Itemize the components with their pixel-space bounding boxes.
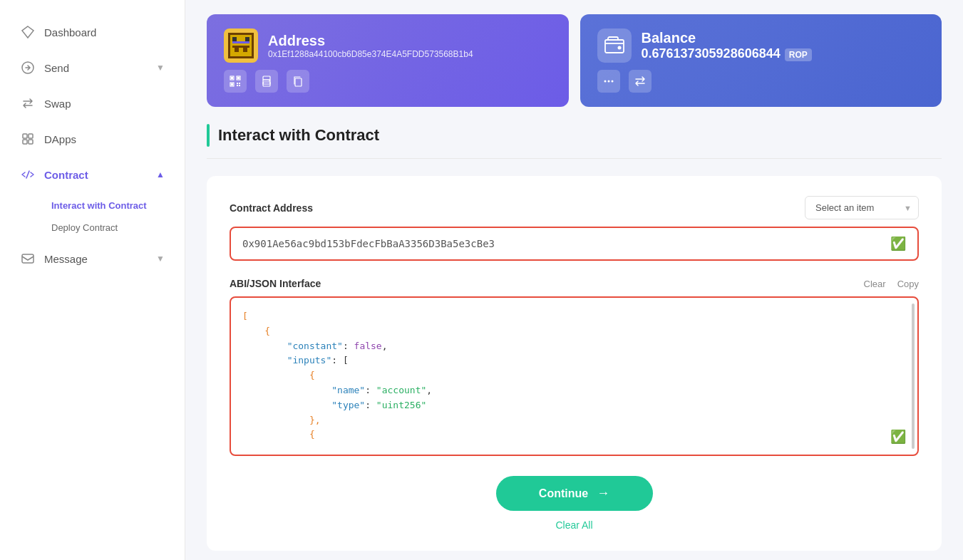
abi-container: [ { "constant": false, "inputs": [ { "na…	[230, 296, 919, 456]
sidebar-subitem-deploy[interactable]: Deploy Contract	[44, 217, 185, 238]
svg-rect-18	[237, 77, 240, 79]
message-icon	[20, 251, 36, 266]
svg-rect-23	[237, 85, 238, 86]
more-options-button[interactable]	[597, 70, 620, 93]
form-section: Contract Address Select an item ▼ ✅ ABI/…	[207, 176, 942, 551]
svg-rect-4	[29, 140, 33, 144]
svg-rect-9	[232, 37, 237, 41]
svg-rect-3	[23, 140, 27, 144]
abi-textarea-display[interactable]: [ { "constant": false, "inputs": [ { "na…	[231, 298, 917, 455]
sidebar-label-dapps: DApps	[44, 133, 76, 145]
qr-code-button[interactable]	[224, 70, 247, 93]
scrollbar	[912, 304, 915, 449]
sidebar: Dashboard Send ▼ Swap	[0, 0, 185, 560]
grid-icon	[20, 131, 36, 147]
svg-rect-25	[263, 76, 270, 80]
continue-label: Continue	[539, 487, 588, 500]
sidebar-label-send: Send	[44, 62, 69, 74]
continue-section: Continue → Clear All	[230, 476, 919, 531]
diamond-icon	[20, 24, 36, 40]
svg-rect-24	[239, 85, 240, 86]
page-title-section: Interact with Contract	[207, 124, 942, 159]
sidebar-item-swap[interactable]: Swap	[0, 85, 185, 121]
abi-label: ABI/JSON Interface	[230, 278, 321, 289]
abi-actions: Clear Copy	[864, 279, 919, 289]
svg-rect-11	[232, 46, 249, 48]
svg-rect-13	[243, 48, 247, 52]
chevron-up-icon: ▲	[156, 170, 165, 180]
svg-point-33	[611, 81, 613, 83]
sidebar-label-message: Message	[44, 253, 88, 265]
svg-rect-5	[22, 254, 34, 263]
svg-rect-29	[605, 40, 624, 53]
sidebar-subitem-interact[interactable]: Interact with Contract	[44, 195, 185, 216]
contract-address-label: Contract Address	[230, 202, 313, 214]
sidebar-label-contract: Contract	[44, 169, 88, 181]
balance-actions	[597, 70, 925, 93]
balance-unit: ROP	[785, 48, 812, 61]
svg-point-32	[607, 81, 609, 83]
abi-valid-icon: ✅	[890, 429, 906, 445]
code-icon	[20, 167, 36, 182]
copy-address-button[interactable]	[287, 70, 309, 93]
sidebar-item-message[interactable]: Message ▼	[0, 241, 185, 276]
clear-abi-button[interactable]: Clear	[864, 279, 886, 289]
swap-icon	[20, 95, 36, 111]
sidebar-item-dapps[interactable]: DApps	[0, 121, 185, 157]
svg-rect-20	[231, 83, 233, 85]
clear-all-button[interactable]: Clear All	[555, 519, 592, 531]
address-valid-icon: ✅	[890, 236, 906, 252]
print-button[interactable]	[255, 70, 278, 93]
sidebar-item-contract[interactable]: Contract ▲	[0, 157, 185, 192]
address-actions	[224, 70, 552, 93]
wallet-icon	[597, 28, 632, 63]
svg-rect-16	[231, 77, 233, 79]
continue-button[interactable]: Continue →	[496, 476, 653, 511]
contract-address-row: Contract Address Select an item ▼ ✅	[230, 196, 919, 261]
avatar	[224, 28, 258, 63]
contract-address-input-wrapper: ✅	[230, 227, 919, 261]
chevron-down-icon: ▼	[156, 63, 165, 73]
svg-rect-22	[239, 83, 240, 84]
sidebar-label-dashboard: Dashboard	[44, 26, 96, 38]
page-title: Interact with Contract	[218, 126, 379, 145]
select-item[interactable]: Select an item	[805, 196, 919, 219]
chevron-down-icon-msg: ▼	[156, 254, 165, 264]
svg-rect-12	[235, 48, 239, 52]
send-icon	[20, 60, 36, 76]
copy-abi-button[interactable]: Copy	[897, 279, 919, 289]
arrow-right-icon: →	[597, 486, 609, 501]
balance-card: Balance 0.676137305928606844 ROP	[580, 14, 942, 107]
sidebar-item-send[interactable]: Send ▼	[0, 50, 185, 85]
address-value: 0x1Ef1288a44100cb6D85e374E4A5FDD573568B1…	[268, 49, 473, 59]
balance-amount: 0.676137305928606844	[642, 46, 781, 61]
svg-point-31	[604, 81, 606, 83]
select-wrapper: Select an item ▼	[805, 196, 919, 219]
svg-rect-28	[295, 78, 302, 86]
svg-rect-1	[23, 134, 27, 138]
main-content: Address 0x1Ef1288a44100cb6D85e374E4A5FDD…	[185, 0, 963, 560]
address-card: Address 0x1Ef1288a44100cb6D85e374E4A5FDD…	[207, 14, 569, 107]
abi-row: ABI/JSON Interface Clear Copy [ { "const…	[230, 278, 919, 456]
contract-address-input[interactable]	[231, 228, 917, 259]
svg-rect-2	[29, 134, 33, 138]
svg-rect-14	[232, 41, 249, 43]
transfer-button[interactable]	[629, 70, 652, 93]
svg-point-27	[269, 81, 270, 82]
contract-subitems: Interact with Contract Deploy Contract	[0, 192, 185, 241]
address-card-title: Address	[268, 33, 473, 49]
top-cards: Address 0x1Ef1288a44100cb6D85e374E4A5FDD…	[207, 14, 942, 107]
balance-card-title: Balance	[642, 30, 812, 46]
sidebar-label-swap: Swap	[44, 98, 71, 110]
svg-rect-10	[245, 37, 249, 41]
svg-rect-21	[237, 83, 238, 84]
title-bar-accent	[207, 124, 210, 147]
sidebar-item-dashboard[interactable]: Dashboard	[0, 14, 185, 50]
svg-point-30	[617, 46, 621, 50]
